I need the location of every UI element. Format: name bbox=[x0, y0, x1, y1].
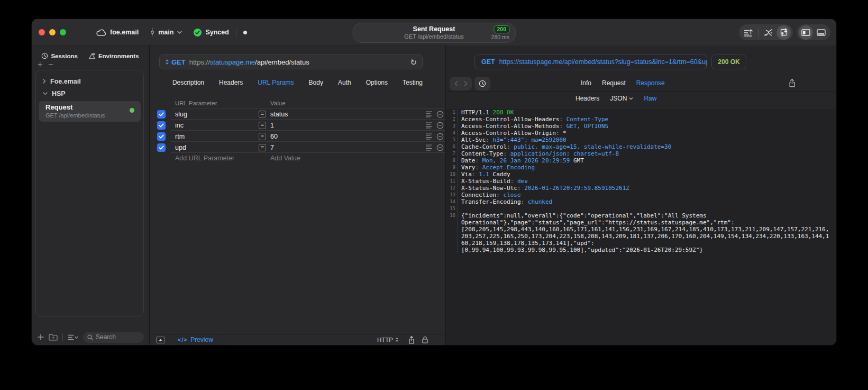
toggle-sidebar-button[interactable] bbox=[799, 25, 813, 40]
tree-item-label: Foe.email bbox=[50, 78, 81, 85]
tab-headers[interactable]: Headers bbox=[219, 79, 243, 86]
row-drag-icon[interactable] bbox=[425, 133, 433, 140]
fork-sync-button[interactable] bbox=[761, 25, 775, 40]
add-param-value-placeholder[interactable]: Add Value bbox=[270, 155, 300, 162]
close-window-button[interactable] bbox=[39, 29, 45, 35]
titlebar: foe.email main Synced Sent Request GET /… bbox=[32, 19, 836, 46]
toggle-bottom-panel-button[interactable] bbox=[814, 25, 828, 40]
cloud-icon bbox=[96, 29, 106, 36]
tab-auth[interactable]: Auth bbox=[338, 79, 351, 86]
param-row-upd: upd=7 bbox=[150, 142, 445, 153]
tab-raw[interactable]: Raw bbox=[644, 95, 656, 102]
url-scheme[interactable]: https:// bbox=[189, 58, 210, 66]
param-name-field[interactable]: inc bbox=[175, 122, 259, 129]
tab-description[interactable]: Description bbox=[172, 79, 204, 86]
preview-button[interactable]: </>Preview bbox=[178, 336, 213, 343]
add-param-row: Add URL Parameter Add Value bbox=[150, 153, 445, 164]
tree-item-hsp[interactable]: HSP bbox=[36, 87, 143, 99]
column-header-url-parameter: URL Parameter bbox=[175, 100, 217, 106]
request-method[interactable]: GET bbox=[171, 58, 186, 66]
tree-item-label: HSP bbox=[52, 90, 66, 97]
tab-json[interactable]: JSON bbox=[610, 95, 633, 102]
row-drag-icon[interactable] bbox=[425, 122, 433, 129]
request-summary-title: Sent Request bbox=[404, 25, 463, 33]
response-code-line: 60,218,159,138,178,135,173,141],"upd": bbox=[446, 240, 836, 247]
param-value-field[interactable]: 7 bbox=[270, 144, 274, 151]
param-name-field[interactable]: rtm bbox=[175, 133, 259, 140]
request-item-subtitle: GET /api/embed/status bbox=[45, 112, 134, 119]
row-drag-icon[interactable] bbox=[425, 111, 433, 117]
import-export-button[interactable] bbox=[741, 25, 755, 40]
sync-status[interactable]: Synced bbox=[205, 29, 229, 36]
remove-row-icon[interactable] bbox=[436, 133, 444, 140]
row-drag-icon[interactable] bbox=[425, 144, 433, 151]
response-code-line: [0,99.94,100,99.93,99.98,99.95,100],"upd… bbox=[446, 247, 836, 253]
minimize-window-button[interactable] bbox=[49, 29, 56, 35]
param-name-field[interactable]: upd bbox=[175, 144, 259, 151]
response-code-line: 12X-Status-Now-Utc: 2026-01-26T20:29:59.… bbox=[446, 185, 836, 192]
tab-body[interactable]: Body bbox=[309, 79, 323, 86]
param-checkbox[interactable] bbox=[157, 143, 166, 152]
bottombar-separator bbox=[223, 334, 223, 345]
collapse-panel-button[interactable] bbox=[156, 337, 165, 343]
param-name-field[interactable]: slug bbox=[175, 111, 259, 118]
param-value-field[interactable]: 60 bbox=[270, 133, 278, 140]
param-value-field[interactable]: status bbox=[270, 111, 288, 118]
lock-icon[interactable] bbox=[422, 336, 428, 343]
remove-item-button[interactable]: − bbox=[48, 60, 53, 69]
url-host[interactable]: statuspage.me bbox=[210, 58, 255, 66]
tab-url-params[interactable]: URL Params bbox=[258, 79, 294, 86]
tab-request[interactable]: Request bbox=[602, 79, 626, 87]
method-stepper-icon[interactable] bbox=[165, 59, 169, 65]
search-input[interactable]: Search bbox=[83, 332, 144, 343]
tab-headers[interactable]: Headers bbox=[575, 95, 599, 102]
remove-row-icon[interactable] bbox=[436, 122, 444, 129]
share-icon[interactable] bbox=[408, 336, 415, 344]
param-checkbox[interactable] bbox=[157, 121, 166, 130]
param-checkbox[interactable] bbox=[157, 110, 166, 119]
tab-testing[interactable]: Testing bbox=[403, 79, 423, 86]
project-name[interactable]: foe.email bbox=[110, 29, 139, 36]
preview-label: Preview bbox=[190, 336, 213, 343]
tab-options[interactable]: Options bbox=[366, 79, 388, 86]
sort-filter-button[interactable] bbox=[68, 334, 78, 340]
branch-name[interactable]: main bbox=[158, 29, 173, 36]
protocol-label: HTTP bbox=[377, 337, 393, 343]
tree-item-foe-email[interactable]: Foe.email bbox=[36, 75, 143, 87]
request-url-bar[interactable]: GET https://statuspage.me/api/embed/stat… bbox=[159, 55, 423, 69]
url-path[interactable]: /api/embed/status bbox=[255, 58, 309, 66]
tab-info[interactable]: Info bbox=[581, 79, 591, 87]
status-code-badge: 200 bbox=[494, 25, 509, 33]
history-forward-button[interactable] bbox=[464, 81, 468, 86]
history-back-button[interactable] bbox=[454, 81, 458, 86]
new-request-button[interactable] bbox=[38, 334, 44, 340]
equals-icon: = bbox=[259, 144, 266, 151]
new-folder-button[interactable] bbox=[49, 333, 58, 341]
param-value-field[interactable]: 1 bbox=[270, 122, 274, 129]
tab-environments[interactable]: Environments bbox=[88, 52, 139, 59]
bottombar-separator bbox=[170, 334, 170, 345]
tab-sessions[interactable]: Sessions bbox=[41, 52, 78, 59]
remove-row-icon[interactable] bbox=[436, 144, 444, 151]
param-checkbox[interactable] bbox=[157, 132, 166, 141]
param-row-rtm: rtm=60 bbox=[150, 131, 445, 142]
tab-response[interactable]: Response bbox=[636, 79, 665, 87]
window-controls bbox=[39, 29, 66, 35]
request-summary-pill[interactable]: Sent Request GET /api/embed/status 200 2… bbox=[352, 23, 516, 43]
synced-check-icon bbox=[194, 29, 202, 37]
response-code-line: Operational"},"page":"status","page_url"… bbox=[446, 219, 836, 226]
chevron-down-icon[interactable] bbox=[177, 31, 182, 34]
response-divider bbox=[446, 91, 836, 92]
zoom-window-button[interactable] bbox=[60, 29, 66, 35]
send-request-panel-button[interactable] bbox=[776, 25, 791, 40]
add-param-name-placeholder[interactable]: Add URL Parameter bbox=[175, 155, 234, 162]
export-response-icon[interactable] bbox=[789, 79, 796, 87]
history-button[interactable] bbox=[474, 77, 490, 90]
sent-request-url-box[interactable]: GET https://statuspage.me/api/embed/stat… bbox=[474, 55, 707, 69]
protocol-selector[interactable]: HTTP bbox=[377, 337, 399, 343]
resend-request-icon[interactable]: ↻ bbox=[410, 58, 417, 66]
add-item-button[interactable]: + bbox=[38, 60, 42, 69]
request-list-item-selected[interactable]: Request GET /api/embed/status bbox=[39, 101, 141, 122]
remove-row-icon[interactable] bbox=[436, 111, 444, 118]
response-body[interactable]: 1HTTP/1.1 200 OK2Access-Control-Allow-He… bbox=[446, 109, 836, 345]
